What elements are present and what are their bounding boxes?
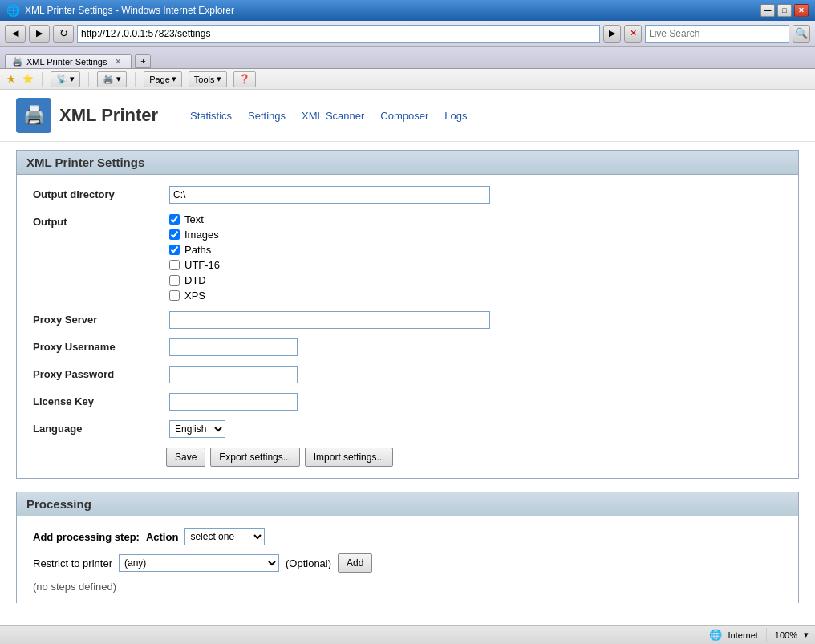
toolbar-separator2 [88, 72, 89, 87]
proxy-password-control [169, 366, 782, 383]
checkbox-xps: XPS [169, 290, 782, 302]
back-button[interactable]: ◀ [5, 25, 26, 43]
proxy-username-row: Proxy Username [33, 338, 782, 356]
secondary-toolbar: ★ ⭐ 📡 ▾ 🖨️ ▾ Page ▾ Tools ▾ ❓ [0, 69, 815, 90]
action-select[interactable]: select one [184, 528, 265, 545]
address-bar[interactable] [77, 25, 600, 43]
close-button[interactable]: ✕ [794, 4, 809, 17]
settings-buttons: Save Export settings... Import settings.… [33, 448, 782, 467]
license-key-input[interactable] [169, 393, 298, 411]
proxy-server-row: Proxy Server [33, 311, 782, 329]
add-step-label: Add processing step: [33, 531, 140, 543]
processing-section-body: Add processing step: Action select one R… [16, 516, 799, 603]
export-settings-button[interactable]: Export settings... [210, 448, 299, 467]
tab-close-icon[interactable]: ✕ [115, 57, 121, 66]
output-directory-input[interactable] [169, 186, 490, 204]
nav-composer[interactable]: Composer [380, 110, 428, 122]
feeds-button[interactable]: 📡 ▾ [51, 71, 80, 87]
license-key-label: License Key [33, 393, 161, 407]
proxy-server-label: Proxy Server [33, 311, 161, 326]
app-header: 🖨️ XML Printer Statistics Settings XML S… [0, 90, 815, 142]
checkbox-xps-label: XPS [184, 290, 205, 302]
active-tab[interactable]: 🖨️ XML Printer Settings ✕ [5, 54, 132, 68]
refresh-button[interactable]: ↻ [53, 25, 74, 43]
proxy-server-input[interactable] [169, 311, 490, 329]
ie-icon: 🌐 [6, 4, 20, 17]
output-label: Output [33, 213, 161, 228]
nav-xml-scanner[interactable]: XML Scanner [302, 110, 364, 122]
tab-favicon: 🖨️ [12, 56, 23, 67]
nav-settings[interactable]: Settings [248, 110, 286, 122]
proxy-password-input[interactable] [169, 366, 298, 383]
page-label: Page [149, 75, 170, 84]
action-label: Action [146, 531, 178, 543]
language-label: Language [33, 420, 161, 435]
main-content: XML Printer Settings Output directory Ou… [0, 142, 815, 603]
proxy-username-input[interactable] [169, 338, 298, 356]
print-button[interactable]: 🖨️ ▾ [97, 71, 127, 87]
output-directory-row: Output directory [33, 186, 782, 204]
checkbox-utf16-input[interactable] [169, 260, 180, 270]
toolbar-separator3 [135, 72, 136, 87]
output-directory-control [169, 186, 782, 204]
logo-text: XML Printer [59, 105, 158, 126]
checkbox-dtd-input[interactable] [169, 275, 180, 286]
browser-titlebar: 🌐 XML Printer Settings - Windows Interne… [0, 0, 815, 21]
forward-button[interactable]: ▶ [29, 25, 50, 43]
output-directory-label: Output directory [33, 186, 161, 200]
save-button[interactable]: Save [166, 448, 205, 467]
go-button[interactable]: ▶ [603, 25, 621, 43]
stop-button[interactable]: ✕ [624, 25, 642, 43]
tools-label: Tools [194, 75, 215, 84]
language-control: English French German Spanish [169, 420, 782, 438]
proxy-password-label: Proxy Password [33, 366, 161, 380]
favorites-star-icon[interactable]: ★ [6, 73, 16, 85]
page-button[interactable]: Page ▾ [144, 71, 182, 87]
checkbox-paths-label: Paths [184, 244, 211, 256]
proxy-username-label: Proxy Username [33, 338, 161, 353]
checkbox-paths-input[interactable] [169, 245, 180, 255]
nav-statistics[interactable]: Statistics [190, 110, 232, 122]
checkbox-xps-input[interactable] [169, 290, 180, 301]
nav-logs[interactable]: Logs [444, 110, 467, 122]
checkbox-text-label: Text [184, 213, 204, 225]
processing-section-header: Processing [16, 492, 799, 516]
app-nav: Statistics Settings XML Scanner Composer… [190, 110, 467, 122]
proxy-server-control [169, 311, 782, 329]
tools-button[interactable]: Tools ▾ [189, 71, 227, 87]
add-button[interactable]: Add [338, 553, 372, 573]
language-row: Language English French German Spanish [33, 420, 782, 438]
browser-toolbar: ◀ ▶ ↻ ▶ ✕ 🔍 [0, 21, 815, 47]
proxy-password-row: Proxy Password [33, 366, 782, 383]
output-row: Output Text Images Paths [33, 213, 782, 302]
restrict-printer-row: Restrict to printer (any) (Optional) Add [33, 553, 782, 573]
settings-section-header: XML Printer Settings [16, 150, 799, 175]
checkbox-paths: Paths [169, 244, 782, 256]
minimize-button[interactable]: — [760, 4, 775, 17]
checkbox-utf16-label: UTF-16 [184, 259, 220, 271]
optional-label: (Optional) [286, 557, 331, 569]
window-controls: — □ ✕ [760, 4, 809, 17]
checkbox-images: Images [169, 229, 782, 241]
restrict-label: Restrict to printer [33, 557, 112, 569]
new-tab-button[interactable]: + [135, 54, 151, 68]
checkbox-text: Text [169, 213, 782, 225]
language-select[interactable]: English French German Spanish [169, 420, 225, 438]
settings-section-body: Output directory Output Text Images [16, 175, 799, 479]
checkbox-dtd-label: DTD [184, 274, 206, 286]
checkbox-text-input[interactable] [169, 214, 180, 225]
toolbar-separator [42, 72, 43, 87]
license-key-row: License Key [33, 393, 782, 411]
no-steps-text: (no steps defined) [33, 581, 782, 593]
checkbox-images-input[interactable] [169, 229, 180, 240]
search-input[interactable] [645, 25, 789, 43]
checkbox-images-label: Images [184, 229, 219, 241]
license-key-control [169, 393, 782, 411]
printer-select[interactable]: (any) [119, 554, 279, 572]
search-go-button[interactable]: 🔍 [793, 25, 810, 43]
add-favorites-icon[interactable]: ⭐ [22, 74, 34, 84]
import-settings-button[interactable]: Import settings... [305, 448, 394, 467]
output-checkboxes: Text Images Paths UTF-16 [169, 213, 782, 302]
maximize-button[interactable]: □ [777, 4, 792, 17]
help-button[interactable]: ❓ [233, 71, 256, 87]
